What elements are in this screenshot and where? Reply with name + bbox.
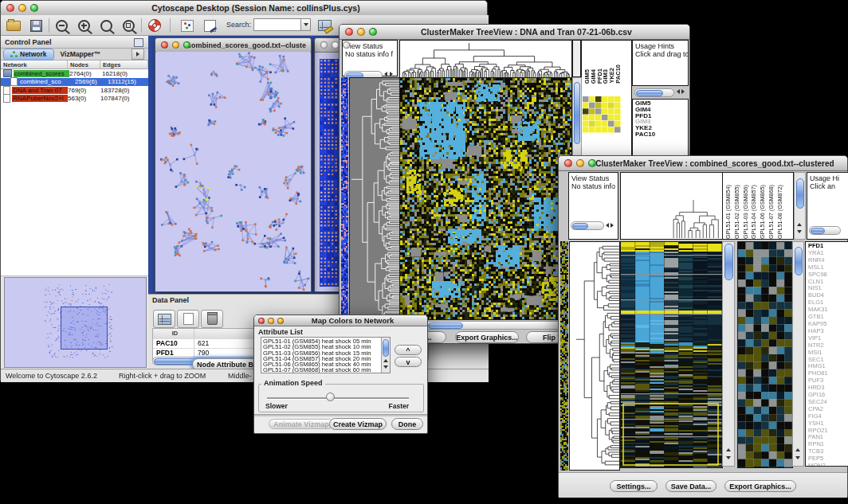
tv2-vscrollbar[interactable] <box>722 241 735 467</box>
zoom-in-button[interactable] <box>74 18 93 33</box>
dialog-titlebar[interactable]: Map Colors to Network <box>254 315 427 326</box>
close-icon[interactable] <box>258 318 265 324</box>
tv1-summary-matrix[interactable] <box>583 96 621 133</box>
network-view-window-1[interactable]: combined_scores_good.txt--cluste... <box>155 37 312 292</box>
arrow-right-icon[interactable] <box>681 89 685 94</box>
vizmapper-button[interactable] <box>178 18 197 33</box>
animate-vizmap-button[interactable]: Animate Vizmap <box>269 419 334 429</box>
arrow-right-icon[interactable] <box>610 223 614 228</box>
tv1-status-scroll-arrows[interactable] <box>384 72 393 76</box>
scroll-thumb[interactable] <box>724 244 733 280</box>
save-session-button[interactable] <box>26 18 45 33</box>
close-icon[interactable] <box>6 4 14 12</box>
tab-network[interactable]: Network <box>3 49 54 61</box>
search-dropdown[interactable] <box>300 18 311 31</box>
scroll-thumb[interactable] <box>811 228 825 234</box>
tv2-heatmap[interactable] <box>620 241 723 468</box>
network-navigator[interactable] <box>4 277 147 368</box>
minimize-icon[interactable] <box>357 28 365 36</box>
zoom-window-icon[interactable] <box>277 318 284 324</box>
attribute-editor-button[interactable] <box>315 18 334 33</box>
arrow-left-icon[interactable] <box>384 72 387 76</box>
tab-overflow-button[interactable] <box>132 49 144 60</box>
tv2-detail-heatmap[interactable] <box>737 241 793 468</box>
zoom-out-button[interactable] <box>52 18 71 33</box>
search-input[interactable] <box>253 18 301 31</box>
network-view-1-titlebar[interactable]: combined_scores_good.txt--cluste... <box>155 38 311 53</box>
close-icon[interactable] <box>161 41 168 49</box>
done-button[interactable]: Done <box>391 418 423 430</box>
open-session-button[interactable] <box>4 18 23 33</box>
listbox-scrollbar[interactable] <box>381 338 390 373</box>
zoom-selected-button[interactable] <box>96 18 116 33</box>
tv1-row-dendrogram[interactable] <box>349 77 400 320</box>
minimize-icon[interactable] <box>332 41 339 49</box>
tv1-heatmap[interactable] <box>399 77 572 320</box>
arrow-left-icon[interactable] <box>606 223 609 228</box>
move-up-button[interactable]: ^ <box>395 345 422 355</box>
minimize-icon[interactable] <box>576 159 584 167</box>
new-attribute-button[interactable] <box>177 310 199 328</box>
tv2-export-graphics-button[interactable]: Export Graphics... <box>724 480 796 492</box>
treeview2-titlebar[interactable]: ClusterMaker TreeView : combined_scores_… <box>559 156 847 171</box>
tv1-export-graphics-button[interactable]: Export Graphics... <box>455 331 519 343</box>
move-down-button[interactable]: v <box>395 357 422 367</box>
tv2-global-view-strip[interactable] <box>560 241 568 471</box>
tab-vizmapper[interactable]: VizMapper™ <box>54 49 108 60</box>
tv2-status-scrollbar[interactable] <box>571 221 604 230</box>
scroll-down-icon[interactable] <box>797 222 802 236</box>
scroll-thumb[interactable] <box>572 223 588 229</box>
zoom-window-icon[interactable] <box>343 41 350 49</box>
network-row[interactable]: RNAPuberNov2+I 563(0) 107847(0) <box>1 95 148 104</box>
close-icon[interactable] <box>564 159 572 167</box>
scroll-thumb[interactable] <box>428 322 463 329</box>
scroll-down-icon[interactable] <box>795 448 800 463</box>
minimize-icon[interactable] <box>172 41 179 49</box>
network-row[interactable]: combined_scores 2764(0) 16218(0) <box>1 69 148 78</box>
help-button[interactable] <box>145 18 164 33</box>
tv2-settings-button[interactable]: Settings... <box>610 480 658 492</box>
tv1-global-view-strip[interactable] <box>341 77 348 318</box>
network-row-selected[interactable]: combined_sco 2569(6) 13112(15) <box>1 78 148 87</box>
tv2-gene-vscrollbar[interactable] <box>792 241 804 467</box>
close-icon[interactable] <box>320 41 328 49</box>
tv2-status-scroll-arrows[interactable] <box>606 223 614 228</box>
close-icon[interactable] <box>345 28 353 36</box>
tv1-mini-scroll-strip[interactable] <box>572 40 581 77</box>
zoom-fit-button[interactable] <box>119 18 138 33</box>
speed-slider-track[interactable] <box>267 397 409 400</box>
zoom-window-icon[interactable] <box>183 41 190 49</box>
tv1-usage-scroll-arrows[interactable] <box>677 89 685 94</box>
tv2-usage-scrollbar[interactable] <box>809 226 841 235</box>
speed-slider-thumb[interactable] <box>326 393 335 401</box>
attribute-item[interactable]: GPL51-07 (GSM868) heat shock 60 min <box>261 367 380 373</box>
tv2-column-dendrogram[interactable] <box>620 172 723 240</box>
minimize-icon[interactable] <box>268 318 274 324</box>
zoom-window-icon[interactable] <box>588 159 596 167</box>
minimize-icon[interactable] <box>18 4 26 12</box>
arrow-right-icon[interactable] <box>390 72 393 76</box>
scroll-thumb[interactable] <box>574 82 580 144</box>
tv2-top-vscrollbar[interactable] <box>794 172 806 240</box>
scroll-thumb[interactable] <box>795 247 803 275</box>
zoom-window-icon[interactable] <box>369 28 377 36</box>
tv1-column-dendrogram[interactable] <box>399 40 572 78</box>
treeview1-titlebar[interactable]: ClusterMaker TreeView : DNA and Tran 07-… <box>340 25 689 40</box>
tv1-usage-scrollbar[interactable] <box>634 88 674 97</box>
arrow-left-icon[interactable] <box>677 89 680 94</box>
network-row[interactable]: DNA and Tran 07 769(0) 183728(0) <box>1 86 148 95</box>
scroll-thumb[interactable] <box>636 90 663 96</box>
float-panel-icon[interactable] <box>134 38 143 47</box>
delete-attribute-button[interactable] <box>201 310 223 328</box>
scroll-thumb[interactable] <box>796 178 804 209</box>
cytoscape-titlebar[interactable]: Cytoscape Desktop (Session Name: collins… <box>1 1 487 16</box>
create-vizmap-button[interactable]: Create Vizmap <box>329 418 387 430</box>
zoom-window-icon[interactable] <box>30 4 38 12</box>
select-attributes-button[interactable] <box>153 310 175 328</box>
navigator-canvas[interactable] <box>5 278 144 365</box>
tv2-row-dendrogram[interactable] <box>569 241 620 471</box>
scroll-down-icon[interactable] <box>383 357 388 372</box>
network-canvas[interactable] <box>156 52 310 291</box>
annotation-button[interactable] <box>200 18 219 33</box>
scroll-down-icon[interactable] <box>726 448 731 463</box>
